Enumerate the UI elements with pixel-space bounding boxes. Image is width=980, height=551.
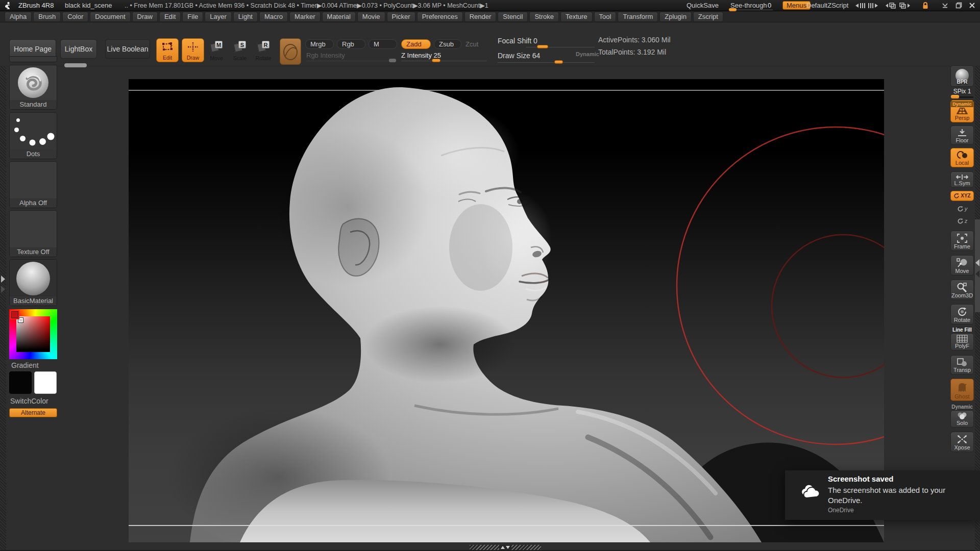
move-view-button[interactable]: Move — [950, 255, 974, 276]
edit-mode-button[interactable]: Edit — [156, 38, 179, 62]
perspective-grid-icon — [956, 107, 968, 115]
shelf-drag-handle[interactable] — [64, 63, 87, 67]
color-picker-sv-square[interactable] — [16, 316, 50, 352]
floor-button[interactable]: Floor — [950, 126, 974, 145]
solo-button[interactable]: Solo — [950, 410, 974, 428]
lightbox-button[interactable]: LightBox — [60, 39, 97, 59]
spin-y-icon — [957, 206, 964, 212]
focal-shift-slider[interactable] — [526, 47, 595, 47]
current-alpha-tile[interactable]: Alpha Off — [9, 161, 57, 208]
menu-texture[interactable]: Texture — [560, 12, 593, 22]
live-boolean-button[interactable]: Live Boolean — [105, 39, 150, 59]
zadd-button[interactable]: Zadd — [401, 39, 431, 49]
alternate-button[interactable]: Alternate — [9, 408, 57, 417]
menu-zplugin[interactable]: Zplugin — [659, 12, 692, 22]
mrgb-button[interactable]: Mrgb — [305, 39, 334, 49]
dynamic-draw-size-label[interactable]: Dynamic — [576, 51, 599, 57]
secondary-color-swatch[interactable] — [34, 371, 57, 394]
rgb-button[interactable]: Rgb — [337, 39, 365, 49]
menu-tool[interactable]: Tool — [594, 12, 617, 22]
document-canvas[interactable] — [129, 79, 884, 542]
menu-transform[interactable]: Transform — [618, 12, 658, 22]
local-button[interactable]: Local — [950, 148, 974, 167]
menu-document[interactable]: Document — [90, 12, 130, 22]
menu-file[interactable]: File — [182, 12, 203, 22]
polyf-button[interactable]: PolyF — [950, 333, 974, 350]
close-icon[interactable] — [969, 2, 975, 9]
current-texture-tile[interactable]: Texture Off — [9, 210, 57, 257]
lsym-button[interactable]: L.Sym — [950, 171, 974, 188]
menu-material[interactable]: Material — [322, 12, 356, 22]
xyz-button[interactable]: XYZ — [950, 191, 974, 201]
menu-movie[interactable]: Movie — [357, 12, 385, 22]
menu-marker[interactable]: Marker — [289, 12, 320, 22]
rgb-intensity-slider-handle[interactable] — [389, 59, 396, 62]
spin-z-button[interactable]: z — [953, 216, 971, 226]
current-stroke-tile[interactable]: Dots — [9, 112, 57, 159]
ghost-button[interactable]: Ghost — [950, 379, 974, 401]
frame-button[interactable]: Frame — [950, 231, 974, 251]
right-tray-open-arrow-icon[interactable] — [975, 259, 979, 266]
menu-stencil[interactable]: Stencil — [498, 12, 528, 22]
spix-slider-handle[interactable] — [951, 95, 959, 98]
menu-light[interactable]: Light — [233, 12, 258, 22]
onedrive-toast[interactable]: Screenshot saved The screenshot was adde… — [785, 470, 980, 520]
color-picker-cursor[interactable] — [18, 318, 23, 322]
main-color-swatch[interactable] — [9, 371, 32, 394]
current-material-tile[interactable]: BasicMaterial — [9, 259, 57, 306]
zbrush-window: ZBrush 4R8 black kid_scene .. • Free Mem… — [0, 0, 980, 551]
xpose-button[interactable]: Xpose — [950, 432, 974, 452]
zsub-button[interactable]: Zsub — [434, 39, 461, 49]
menu-layer[interactable]: Layer — [205, 12, 232, 22]
current-brush-tile[interactable]: Standard — [9, 65, 57, 110]
tray-toggle-left-icon[interactable] — [854, 2, 879, 9]
magnifier-icon — [957, 282, 968, 292]
right-tray-close-arrow-icon[interactable] — [975, 270, 979, 278]
menu-stroke[interactable]: Stroke — [529, 12, 559, 22]
menu-render[interactable]: Render — [464, 12, 497, 22]
draw-size-slider[interactable] — [498, 62, 595, 63]
menu-zscript[interactable]: Zscript — [693, 12, 723, 22]
left-tray-open-arrow-icon[interactable] — [1, 276, 5, 283]
menu-brush[interactable]: Brush — [33, 12, 61, 22]
current-color-swatch[interactable] — [11, 311, 18, 318]
zoom3d-button[interactable]: Zoom3D — [950, 280, 974, 300]
z-intensity-slider[interactable] — [401, 61, 487, 61]
restore-window-icon[interactable] — [955, 2, 962, 9]
draw-mode-button[interactable]: Draw — [182, 38, 204, 62]
zcut-button[interactable]: Zcut — [465, 40, 478, 48]
quicksave-button[interactable]: QuickSave — [687, 2, 719, 9]
z-intensity-label: Z Intensity 25 — [401, 52, 441, 59]
left-tray-close-arrow-icon[interactable] — [1, 286, 5, 293]
document-switch-icon[interactable] — [885, 2, 911, 9]
menu-alpha[interactable]: Alpha — [5, 12, 32, 22]
xpose-arrows-icon — [957, 434, 968, 444]
spin-y-button[interactable]: y — [953, 204, 971, 213]
persp-button[interactable]: Dynamic Persp — [950, 100, 974, 122]
bpr-button[interactable]: BPR — [950, 65, 974, 87]
focal-shift-slider-handle[interactable] — [537, 45, 548, 48]
z-intensity-slider-handle[interactable] — [432, 59, 440, 62]
menu-draw[interactable]: Draw — [132, 12, 158, 22]
rgb-intensity-slider[interactable] — [306, 61, 396, 61]
minimize-icon[interactable] — [942, 2, 948, 9]
rotate-mode-button[interactable]: R Rotate — [253, 38, 274, 62]
menu-edit[interactable]: Edit — [159, 12, 181, 22]
m-button[interactable]: M — [369, 39, 397, 49]
default-zscript-button[interactable]: DefaultZScript — [806, 2, 848, 9]
stroke-preview-swatch[interactable] — [280, 38, 301, 65]
scale-mode-button[interactable]: S Scale — [230, 38, 250, 62]
draw-size-slider-handle[interactable] — [554, 60, 563, 64]
color-picker[interactable] — [9, 309, 57, 359]
canvas-scroll-handle[interactable] — [470, 545, 541, 550]
rotate-view-button[interactable]: Rotate — [950, 304, 974, 324]
menu-color[interactable]: Color — [62, 12, 88, 22]
transp-button[interactable]: Transp — [950, 355, 974, 374]
menu-macro[interactable]: Macro — [259, 12, 288, 22]
lock-icon[interactable] — [922, 2, 929, 10]
left-tray-divider[interactable] — [0, 66, 6, 551]
frame-icon — [957, 233, 968, 243]
menu-picker[interactable]: Picker — [387, 12, 415, 22]
move-mode-button[interactable]: M Move — [206, 38, 227, 62]
menu-preferences[interactable]: Preferences — [417, 12, 463, 22]
